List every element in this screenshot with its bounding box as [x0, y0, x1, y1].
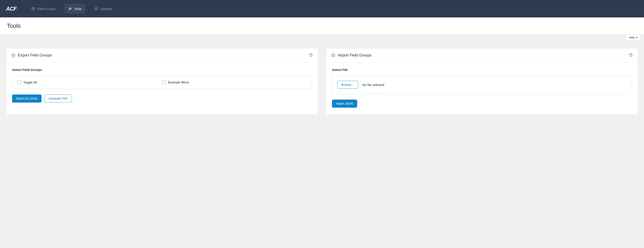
download-circle-icon [331, 53, 335, 58]
import-card: Import Field Groups Select File Browse… … [326, 48, 638, 115]
card-title: Import Field Groups [338, 53, 372, 58]
list-icon [31, 7, 35, 11]
button-row: Import JSON [332, 100, 632, 108]
nav-updates[interactable]: Updates [90, 4, 116, 14]
checkbox-icon [162, 80, 166, 84]
nav-label: Tools [74, 7, 82, 11]
page-heading: Tools [0, 18, 644, 35]
svg-point-6 [311, 56, 311, 56]
help-label: Help [629, 36, 635, 39]
svg-point-9 [631, 56, 631, 56]
browse-button[interactable]: Browse… [337, 81, 358, 89]
field-group-box: Toggle All Example Block [12, 75, 312, 89]
help-icon[interactable] [629, 53, 633, 58]
nav-label: Updates [100, 7, 112, 11]
import-json-button[interactable]: Import JSON [332, 100, 357, 108]
cards-container: Export Field Groups Select Field Groups … [0, 41, 644, 120]
card-title: Export Field Groups [18, 53, 52, 58]
help-row: Help ▾ [0, 35, 644, 41]
field-group-checkbox[interactable]: Example Block [162, 80, 307, 84]
checkbox-label: Example Block [168, 80, 189, 84]
help-tab[interactable]: Help ▾ [626, 35, 640, 41]
toggle-all-checkbox[interactable]: Toggle All [17, 80, 162, 84]
generate-php-button[interactable]: Generate PHP [44, 94, 72, 102]
page-title: Tools [7, 23, 637, 29]
card-body: Select Field Groups Toggle All Example B… [6, 62, 318, 109]
card-header: Export Field Groups [6, 48, 318, 62]
tools-icon [68, 7, 72, 11]
file-status: No file selected. [362, 83, 385, 87]
download-circle-icon [94, 7, 98, 11]
card-header: Import Field Groups [326, 48, 638, 62]
top-nav: ACF Field Groups Tools Updates [0, 0, 644, 18]
button-row: Export As JSON Generate PHP [12, 94, 312, 102]
section-label: Select File [332, 68, 632, 72]
section-label: Select Field Groups [12, 68, 312, 72]
checkbox-label: Toggle All [23, 80, 37, 84]
checkbox-icon [17, 80, 21, 84]
help-icon[interactable] [309, 53, 313, 58]
brand-logo: ACF [6, 6, 16, 12]
card-body: Select File Browse… No file selected. Im… [326, 62, 638, 114]
export-json-button[interactable]: Export As JSON [12, 94, 42, 102]
nav-label: Field Groups [37, 7, 56, 11]
export-card: Export Field Groups Select Field Groups … [6, 48, 318, 115]
caret-down-icon: ▾ [636, 36, 638, 39]
nav-tools[interactable]: Tools [64, 4, 85, 14]
file-box: Browse… No file selected. [332, 75, 632, 94]
upload-circle-icon [11, 53, 16, 58]
nav-field-groups[interactable]: Field Groups [28, 4, 59, 14]
